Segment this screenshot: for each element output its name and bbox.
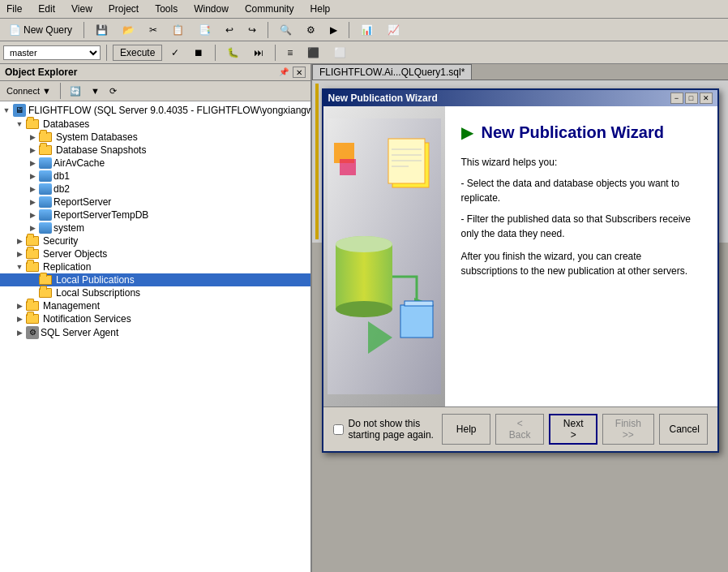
replication-icon — [26, 262, 39, 272]
db-db1-expand: ▶ — [26, 172, 39, 180]
wizard-minimize-btn[interactable]: − — [670, 92, 683, 104]
wizard-graphic-area — [323, 106, 445, 406]
toolbar-btn-6[interactable]: ↩ — [220, 22, 239, 38]
toolbar-btn-10[interactable]: ▶ — [324, 22, 343, 38]
menu-window[interactable]: Window — [191, 2, 232, 16]
toolbar-btn-12[interactable]: 📈 — [382, 22, 405, 38]
wizard-maximize-btn[interactable]: □ — [685, 92, 698, 104]
toolbar-btn-2[interactable]: 📂 — [117, 22, 140, 38]
menu-file[interactable]: File — [3, 2, 25, 16]
menu-tools[interactable]: Tools — [152, 2, 181, 16]
oe-sync-btn[interactable]: ⟳ — [106, 84, 120, 98]
databases-expand: ▼ — [13, 120, 26, 128]
replication-expand: ▼ — [13, 263, 26, 271]
oe-close-btn[interactable]: ✕ — [293, 67, 306, 78]
db-db1-icon — [39, 170, 52, 182]
align-left-btn[interactable]: ⬛ — [302, 45, 325, 61]
databases-label: Databases — [43, 118, 89, 130]
server-objects-node[interactable]: ▶ Server Objects — [0, 247, 310, 260]
wizard-titlebar: New Publication Wizard − □ ✕ — [323, 90, 717, 106]
wizard-close-btn[interactable]: ✕ — [700, 92, 713, 104]
db-airav-icon — [39, 157, 52, 169]
security-node[interactable]: ▶ Security — [0, 234, 310, 247]
wizard-title-row: ▶ New Publication Wizard — [461, 123, 701, 142]
system-databases-node[interactable]: ▶ System Databases — [0, 131, 310, 144]
local-publications-node[interactable]: Local Publications — [0, 273, 310, 286]
align-right-btn[interactable]: ⬜ — [328, 45, 352, 61]
replication-node[interactable]: ▼ Replication — [0, 260, 310, 273]
parse-btn[interactable]: ✓ — [165, 45, 185, 61]
toolbar-btn-7[interactable]: ↪ — [242, 22, 262, 38]
toolbar-btn-5[interactable]: 📑 — [193, 22, 216, 38]
menu-help[interactable]: Help — [307, 2, 334, 16]
wizard-graphic-svg — [328, 118, 441, 394]
menu-view[interactable]: View — [68, 2, 96, 16]
local-subscriptions-node[interactable]: Local Subscriptions — [0, 286, 310, 299]
cancel-query-btn[interactable]: ⏹ — [188, 45, 209, 61]
dont-show-checkbox[interactable] — [333, 424, 344, 435]
management-icon — [26, 301, 39, 311]
db-airav-label: AirAvCache — [54, 157, 105, 169]
toolbar-btn-11[interactable]: 📊 — [355, 22, 379, 38]
db-reportserver-node[interactable]: ▶ ReportServer — [0, 196, 310, 209]
database-selector[interactable]: master — [3, 45, 101, 60]
toolbar-separator-6 — [275, 45, 276, 61]
debug-btn[interactable]: 🐛 — [221, 45, 245, 61]
wizard-right-panel: ▶ New Publication Wizard This wizard hel… — [445, 106, 717, 406]
db-db1-node[interactable]: ▶ db1 — [0, 170, 310, 183]
toolbar-btn-1[interactable]: 💾 — [90, 22, 113, 38]
db-reportservertemp-icon — [39, 209, 52, 221]
server-objects-expand: ▶ — [13, 250, 26, 258]
wizard-play-icon: ▶ — [461, 123, 473, 142]
toolbar-btn-8[interactable]: 🔍 — [274, 22, 298, 38]
toolbar-btn-3[interactable]: ✂ — [143, 22, 163, 38]
cancel-button[interactable]: Cancel — [659, 414, 708, 445]
oe-connect-btn[interactable]: Connect ▼ — [3, 84, 54, 97]
oe-tree: ▼ 🖥 FLIGHTFLOW (SQL Server 9.0.4035 - FL… — [0, 101, 310, 572]
back-button[interactable]: < Back — [495, 414, 544, 445]
connect-label: Connect — [6, 86, 40, 96]
databases-node[interactable]: ▼ Databases — [0, 118, 310, 131]
next-button[interactable]: Next > — [549, 414, 597, 445]
menu-project[interactable]: Project — [105, 2, 142, 16]
db-reportservertemp-node[interactable]: ▶ ReportServerTempDB — [0, 209, 310, 221]
help-button[interactable]: Help — [442, 414, 490, 445]
finish-button[interactable]: Finish >> — [602, 414, 653, 445]
db-db2-node[interactable]: ▶ db2 — [0, 183, 310, 196]
oe-filter-btn[interactable]: ▼ — [88, 84, 103, 97]
wizard-desc-p2: - Select the data and database objects y… — [461, 176, 701, 205]
svg-point-9 — [336, 301, 392, 317]
db-airav-node[interactable]: ▶ AirAvCache — [0, 157, 310, 170]
db-db2-label: db2 — [54, 183, 70, 195]
wizard-desc-p4: After you finish the wizard, you can cre… — [461, 249, 701, 278]
toolbar-btn-4[interactable]: 📋 — [166, 22, 190, 38]
db-system-icon — [39, 222, 52, 234]
query-opts-btn[interactable]: ≡ — [281, 45, 298, 61]
management-node[interactable]: ▶ Management — [0, 299, 310, 312]
wizard-desc-p1: This wizard helps you: — [461, 155, 701, 170]
db-snapshots-node[interactable]: ▶ Database Snapshots — [0, 144, 310, 157]
wizard-description-3: - Filter the published data so that Subs… — [461, 212, 701, 241]
new-query-button[interactable]: 📄 New Query — [3, 22, 78, 38]
menubar: File Edit View Project Tools Window Comm… — [0, 0, 728, 19]
oe-header: Object Explorer 📌 ✕ — [0, 64, 310, 81]
notification-services-label: Notification Services — [43, 313, 131, 325]
server-objects-icon — [26, 249, 39, 259]
toolbar-btn-9[interactable]: ⚙ — [301, 22, 321, 38]
db-reportservertemp-expand: ▶ — [26, 211, 39, 219]
notification-services-node[interactable]: ▶ Notification Services — [0, 312, 310, 325]
execute-button[interactable]: Execute — [113, 45, 162, 61]
db-reportservertemp-label: ReportServerTempDB — [54, 209, 148, 221]
db-system-node[interactable]: ▶ system — [0, 221, 310, 234]
server-node[interactable]: ▼ 🖥 FLIGHTFLOW (SQL Server 9.0.4035 - FL… — [0, 103, 310, 118]
sql-server-agent-node[interactable]: ▶ ⚙ SQL Server Agent — [0, 325, 310, 340]
object-explorer-panel: Object Explorer 📌 ✕ Connect ▼ 🔄 ▼ ⟳ ▼ 🖥 … — [0, 64, 312, 572]
system-databases-label: System Databases — [56, 131, 138, 143]
menu-community[interactable]: Community — [242, 2, 298, 16]
oe-refresh-btn[interactable]: 🔄 — [66, 84, 84, 98]
svg-rect-12 — [405, 301, 433, 306]
step-btn[interactable]: ⏭ — [248, 45, 269, 61]
menu-edit[interactable]: Edit — [35, 2, 58, 16]
new-query-label: New Query — [24, 24, 72, 36]
management-label: Management — [43, 300, 100, 312]
